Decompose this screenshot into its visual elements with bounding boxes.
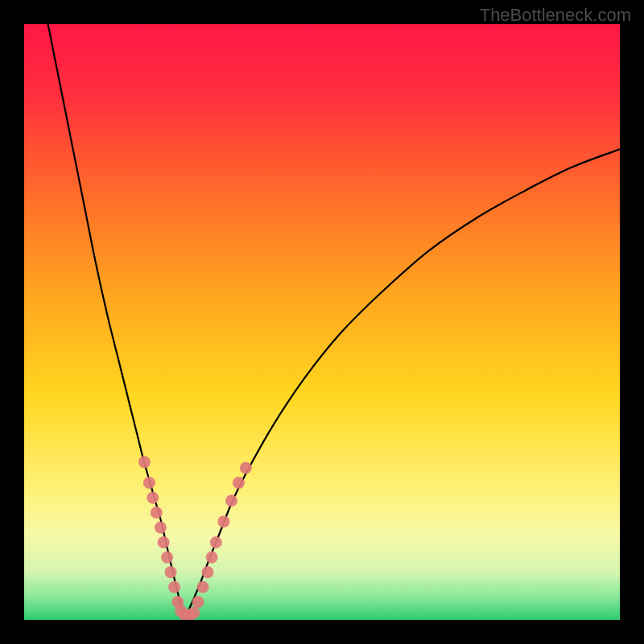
data-point xyxy=(155,522,167,534)
data-point xyxy=(138,456,151,468)
data-point xyxy=(225,495,237,507)
data-point xyxy=(217,515,229,527)
data-point xyxy=(151,506,163,518)
data-point xyxy=(233,477,245,489)
data-point xyxy=(143,477,155,489)
data-point xyxy=(165,566,177,578)
data-point xyxy=(240,462,252,474)
data-point xyxy=(210,536,222,548)
chart-container: TheBottleneck.com xyxy=(0,0,644,644)
data-point xyxy=(158,536,170,548)
chart-svg xyxy=(24,24,620,620)
data-point xyxy=(197,581,209,593)
gradient-background xyxy=(24,24,620,620)
data-point xyxy=(206,551,218,564)
data-point xyxy=(192,596,204,608)
plot-area xyxy=(24,24,620,620)
data-point xyxy=(147,492,159,504)
watermark-text: TheBottleneck.com xyxy=(480,5,631,26)
data-point xyxy=(188,607,200,619)
data-point xyxy=(161,551,173,564)
data-point xyxy=(201,566,213,578)
data-point xyxy=(168,581,180,593)
